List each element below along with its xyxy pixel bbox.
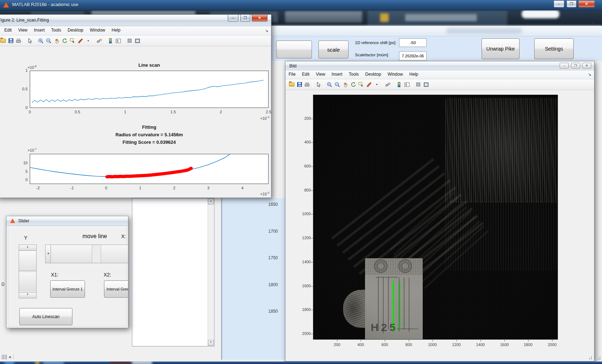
figure2-minimize-button[interactable]: – xyxy=(228,15,238,22)
bild-caret-icon[interactable]: ▾ xyxy=(373,81,381,88)
linescan-xtick: 1.5 xyxy=(166,110,180,114)
bild-menu-view[interactable]: View xyxy=(313,70,328,78)
y-slider-track[interactable] xyxy=(19,273,36,291)
figure2-open-folder-icon[interactable] xyxy=(0,37,7,44)
x-slider-track-left[interactable] xyxy=(51,245,92,263)
bild-ytick: 200 xyxy=(296,116,311,120)
y-slider-up-icon[interactable]: ▴ xyxy=(19,245,36,251)
figure2-menu-view[interactable]: View xyxy=(15,26,31,34)
interval-grenze-2-button[interactable]: Interval Grenze 2 xyxy=(104,280,128,298)
auto-linescan-button[interactable]: Auto Linescan xyxy=(19,308,72,325)
figure2-menu-window[interactable]: Window xyxy=(87,26,109,34)
bild-link-plot-icon[interactable] xyxy=(384,81,392,88)
bild-menu-edit[interactable]: Edit xyxy=(299,70,313,78)
listbox-scroll-up-icon[interactable]: ▴ xyxy=(208,199,214,204)
figure2-menu-tools[interactable]: Tools xyxy=(48,26,65,34)
taskbar-item[interactable] xyxy=(35,361,39,364)
figure2-colorbar-icon[interactable] xyxy=(106,37,114,44)
figure2-pointer-icon[interactable] xyxy=(26,37,34,44)
taskbar-start-orb[interactable] xyxy=(4,361,14,364)
x-slider-left-icon[interactable]: ◄ xyxy=(46,245,51,263)
bild-zoom-in-icon[interactable] xyxy=(326,81,333,88)
bild-titlebar[interactable]: Bild – ❐ ✕ xyxy=(285,61,594,70)
bild-image-axes[interactable]: H25 xyxy=(313,95,558,340)
bild-dock-icon[interactable] xyxy=(422,81,430,88)
figure2-menu-insert[interactable]: Insert xyxy=(30,26,48,34)
unwrap-pike-button[interactable]: Unwrap Pike xyxy=(482,38,520,59)
statusbar-grip-icon[interactable] xyxy=(2,354,16,360)
figure2-save-icon[interactable] xyxy=(7,37,15,44)
y-slider-down-icon[interactable]: ▾ xyxy=(19,292,36,298)
bild-colorbar-icon[interactable] xyxy=(395,81,403,88)
figure2-pan-icon[interactable] xyxy=(53,37,61,44)
windows-taskbar[interactable] xyxy=(0,361,602,364)
ref-shift-input[interactable]: -50 xyxy=(399,38,427,47)
bild-close-button[interactable]: ✕ xyxy=(582,63,591,68)
bild-menu-window[interactable]: Window xyxy=(384,70,406,78)
bild-menu-desktop[interactable]: Desktop xyxy=(362,70,384,78)
bild-menu-file[interactable]: File xyxy=(285,70,299,78)
main-minimize-button[interactable]: – xyxy=(554,1,564,8)
y-slider-thumb[interactable] xyxy=(19,251,36,271)
figure2-close-button[interactable]: ✕ xyxy=(252,15,267,22)
background-axis-label: 1800 xyxy=(256,282,278,287)
bild-menu-dock-icon[interactable]: ↘ xyxy=(588,72,591,77)
fitting-axes[interactable] xyxy=(30,154,269,184)
main-maximize-button[interactable]: ❐ xyxy=(567,1,577,8)
y-slider[interactable]: ▴ ▾ xyxy=(19,245,37,298)
figure2-zoom-in-icon[interactable] xyxy=(37,37,45,44)
bild-pan-icon[interactable] xyxy=(341,81,349,88)
bild-maximize-button[interactable]: ❐ xyxy=(571,63,580,68)
figure2-menu-desktop[interactable]: Desktop xyxy=(65,26,87,34)
figure2-menu-dock-icon[interactable]: ↘ xyxy=(265,28,268,33)
toolstrip-dock-arrow-icon[interactable]: ↘ xyxy=(590,20,594,25)
listbox-scrollbar[interactable]: ▴ ▾ xyxy=(208,199,214,346)
figure2-menu-edit[interactable]: Edit xyxy=(1,26,15,34)
scalefactor-input[interactable]: 7.26392e-06 xyxy=(399,51,427,61)
figure2-titlebar[interactable]: Figure 2: Line_scan,Fitting – ❐ ✕ xyxy=(0,15,271,26)
bild-legend-icon[interactable] xyxy=(403,81,411,88)
bild-save-icon[interactable] xyxy=(295,81,303,88)
linescan-axes[interactable] xyxy=(30,71,269,108)
bild-ytickmark xyxy=(311,166,313,167)
figure2-legend-icon[interactable] xyxy=(114,37,122,44)
bild-menu-tools[interactable]: Tools xyxy=(346,70,362,78)
listbox-scroll-down-icon[interactable]: ▾ xyxy=(208,340,214,346)
figure2-caret-icon[interactable]: ▾ xyxy=(84,37,92,44)
figure2-data-cursor-icon[interactable] xyxy=(68,37,76,44)
figure2-maximize-button[interactable]: ❐ xyxy=(240,15,250,22)
scale-button[interactable]: scale xyxy=(318,41,349,58)
bild-open-folder-icon[interactable] xyxy=(288,81,295,88)
taskbar-item[interactable] xyxy=(132,361,152,364)
background-listbox[interactable]: ▴ ▾ xyxy=(132,198,214,346)
bild-dock-small-icon[interactable] xyxy=(414,81,422,88)
figure2-print-icon[interactable] xyxy=(15,37,23,44)
figure2-menu-help[interactable]: Help xyxy=(108,26,124,34)
figure2-dock-icon[interactable] xyxy=(133,37,141,44)
figure2-link-plot-icon[interactable] xyxy=(95,37,103,44)
x-slider[interactable]: ◄ xyxy=(45,245,128,263)
bild-rotate-icon[interactable] xyxy=(349,81,357,88)
figure2-brush-icon[interactable] xyxy=(76,37,84,44)
bild-print-icon[interactable] xyxy=(303,81,311,88)
ref-shift-label: 1D reference shift [px]: xyxy=(355,41,397,45)
settings-button[interactable]: Settings xyxy=(534,38,574,59)
figure2-rotate-icon[interactable] xyxy=(61,37,68,44)
figure2-zoom-out-icon[interactable] xyxy=(45,37,53,44)
interval-grenze-1-button[interactable]: Interval Grenze 1 xyxy=(50,280,85,298)
x-slider-track-right[interactable] xyxy=(101,245,128,263)
taskbar-item[interactable] xyxy=(110,361,131,364)
x-slider-thumb[interactable] xyxy=(93,245,100,263)
unnamed-partial-button[interactable] xyxy=(276,41,312,58)
bild-pointer-icon[interactable] xyxy=(314,81,322,88)
taskbar-item[interactable] xyxy=(43,361,64,364)
bild-zoom-out-icon[interactable] xyxy=(333,81,341,88)
figure2-dock-small-icon[interactable] xyxy=(125,37,133,44)
bild-data-cursor-icon[interactable] xyxy=(357,81,365,88)
bild-menu-insert[interactable]: Insert xyxy=(328,70,346,78)
bild-brush-icon[interactable] xyxy=(365,81,373,88)
slider-titlebar[interactable]: Slider xyxy=(6,216,128,226)
bild-menu-help[interactable]: Help xyxy=(406,70,422,78)
bild-minimize-button[interactable]: – xyxy=(560,63,569,68)
main-close-button[interactable]: ✕ xyxy=(578,1,595,8)
